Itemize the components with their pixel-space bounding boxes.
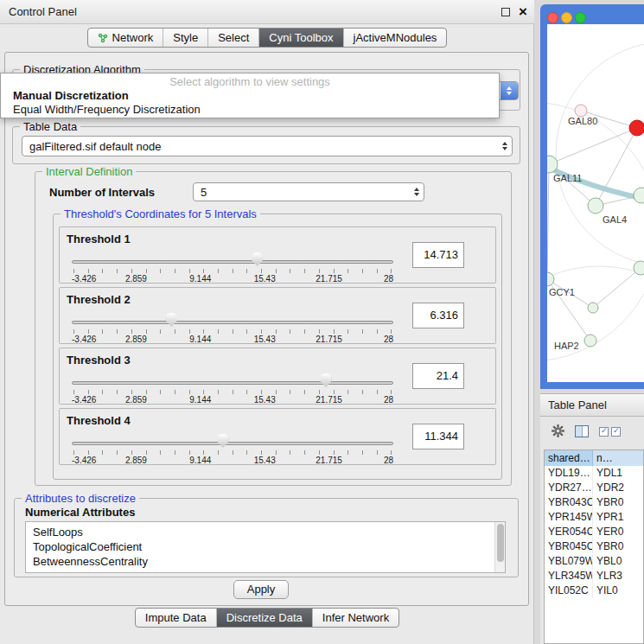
num-intervals-select[interactable]: 5	[193, 182, 424, 201]
table-row[interactable]: YIL052CYIL0	[545, 583, 643, 598]
scale-label: 21.715	[316, 335, 342, 344]
network-node[interactable]	[588, 303, 598, 313]
threshold-label: Threshold 4	[67, 414, 131, 427]
apply-button[interactable]: Apply	[233, 580, 289, 599]
scale-label: 15.43	[254, 456, 276, 465]
network-node[interactable]	[588, 198, 603, 214]
cell-shared-name: YER054C	[545, 525, 593, 539]
scale-label: 28	[384, 456, 393, 465]
slider-ticks	[73, 450, 392, 455]
threshold-slider[interactable]: -3.4262.8599.14415.4321.71528	[72, 431, 393, 466]
group-label: Attributes to discretize	[22, 492, 139, 505]
network-node[interactable]	[584, 335, 596, 347]
attribute-item[interactable]: SelfLoops	[33, 525, 493, 539]
scale-label: 21.715	[316, 274, 342, 284]
menu-item-equal-width-frequency-discretization[interactable]: Equal Width/Frequency Discretization	[13, 103, 201, 117]
threshold-value-field[interactable]: 21.4	[412, 363, 464, 389]
table-row[interactable]: YDR27…YDR2	[545, 481, 643, 495]
network-node[interactable]	[634, 261, 644, 275]
tab-cyni-toolbox[interactable]: Cyni Toolbox	[258, 29, 342, 47]
slider-thumb[interactable]	[252, 252, 263, 266]
network-canvas[interactable]: GAL80 GAL11 GAL4 GCY1 HAP2	[547, 24, 644, 382]
scale-label: 9.144	[189, 395, 211, 405]
float-window-icon[interactable]	[501, 8, 510, 16]
cell-name: YER0	[593, 525, 643, 539]
scale-label: 28	[384, 274, 393, 284]
threshold-3-box: Threshold 3 -3.4262.8599.14415.4321.7152…	[59, 348, 496, 405]
table-data-select[interactable]: galFiltered.sif default node	[22, 136, 513, 156]
gear-icon[interactable]	[551, 424, 565, 438]
node-label: GAL4	[603, 214, 627, 225]
minimize-traffic-light-icon[interactable]	[561, 12, 572, 23]
top-tab-bar: NetworkStyleSelectCyni ToolboxjActiveMNo…	[0, 28, 534, 48]
slider-thumb[interactable]	[166, 313, 177, 327]
slider-track[interactable]	[72, 442, 393, 445]
cell-shared-name: YBR043C	[545, 495, 593, 510]
threshold-2-box: Threshold 2 -3.4262.8599.14415.4321.7152…	[59, 287, 496, 344]
table-row[interactable]: YER054CYER0	[545, 525, 643, 539]
close-traffic-light-icon[interactable]	[547, 12, 558, 23]
tab-style[interactable]: Style	[163, 29, 207, 47]
tab-network[interactable]: Network	[88, 29, 163, 47]
zoom-traffic-light-icon[interactable]	[575, 12, 586, 23]
selected-network-node[interactable]	[629, 120, 644, 136]
tab-jactivemnodules[interactable]: jActiveMNodules	[343, 29, 447, 47]
tab-infer-network[interactable]: Infer Network	[312, 609, 399, 627]
attributes-group: Attributes to discretize Numerical Attri…	[14, 498, 519, 577]
threshold-value-field[interactable]: 6.316	[412, 303, 464, 328]
slider-scale: -3.4262.8599.14415.4321.71528	[72, 335, 393, 345]
tab-impute-data[interactable]: Impute Data	[136, 609, 216, 627]
tab-select[interactable]: Select	[207, 29, 258, 47]
dropdown-stepper-icon	[498, 142, 512, 150]
slider-thumb[interactable]	[320, 373, 331, 387]
network-node[interactable]	[634, 188, 644, 203]
threshold-slider[interactable]: -3.4262.8599.14415.4321.71528	[72, 310, 393, 345]
threshold-slider[interactable]: -3.4262.8599.14415.4321.71528	[72, 250, 393, 284]
numerical-attributes-list[interactable]: SelfLoopsTopologicalCoefficientBetweenne…	[25, 521, 506, 573]
num-intervals-value: 5	[194, 186, 410, 199]
checkbox-icon[interactable]	[611, 427, 621, 437]
scale-label: 28	[384, 395, 393, 405]
threshold-value-field[interactable]: 14.713	[412, 242, 464, 268]
slider-ticks	[73, 390, 392, 394]
threshold-label: Threshold 2	[67, 293, 131, 306]
scale-label: -3.426	[72, 456, 96, 465]
columns-icon[interactable]	[575, 425, 589, 437]
table-row[interactable]: YBR043CYBR0	[545, 495, 643, 510]
slider-scale: -3.4262.8599.14415.4321.71528	[72, 395, 393, 405]
cell-name: YBR0	[593, 495, 643, 510]
scale-label: -3.426	[72, 335, 96, 344]
attribute-item[interactable]: BetweennessCentrality	[33, 554, 493, 569]
menu-item-manual-discretization[interactable]: Manual Discretization	[13, 89, 129, 103]
attribute-item[interactable]: TopologicalCoefficient	[33, 539, 493, 554]
threshold-value-field[interactable]: 11.344	[412, 424, 464, 450]
threshold-label: Threshold 1	[67, 233, 131, 245]
threshold-1-box: Threshold 1 -3.4262.8599.14415.4321.7152…	[59, 226, 496, 284]
slider-track[interactable]	[72, 321, 393, 324]
threshold-slider[interactable]: -3.4262.8599.14415.4321.71528	[72, 371, 393, 405]
network-view-window: GAL80 GAL11 GAL4 GCY1 HAP2	[540, 4, 644, 389]
checkbox-icon[interactable]	[599, 427, 609, 437]
tab-label: jActiveMNodules	[354, 31, 437, 44]
node-label: GAL80	[568, 116, 597, 126]
scrollbar[interactable]	[494, 522, 505, 572]
table-row[interactable]: YDL19…YDL1	[545, 466, 643, 481]
node-label: GCY1	[549, 287, 575, 297]
close-icon[interactable]: ×	[519, 0, 527, 24]
column-header-name[interactable]: n…	[593, 450, 643, 466]
table-header-row: shared… n…	[545, 450, 643, 466]
table-row[interactable]: YBR045CYBR0	[545, 539, 643, 554]
scale-label: 2.859	[125, 274, 147, 284]
scrollbar-thumb[interactable]	[497, 524, 504, 562]
node-table: shared… n… YDL19…YDL1YDR27…YDR2YBR043CYB…	[544, 450, 644, 644]
column-header-shared-name[interactable]: shared…	[545, 450, 593, 466]
tab-discretize-data[interactable]: Discretize Data	[216, 609, 312, 627]
table-row[interactable]: YLR345WYLR3	[545, 569, 643, 583]
slider-thumb[interactable]	[217, 434, 228, 448]
table-row[interactable]: YPR145WYPR1	[545, 510, 643, 525]
table-row[interactable]: YBL079WYBL0	[545, 554, 643, 569]
dropdown-stepper-icon	[501, 82, 518, 99]
network-node[interactable]	[575, 105, 587, 117]
slider-track[interactable]	[72, 381, 393, 385]
slider-track[interactable]	[72, 260, 393, 264]
